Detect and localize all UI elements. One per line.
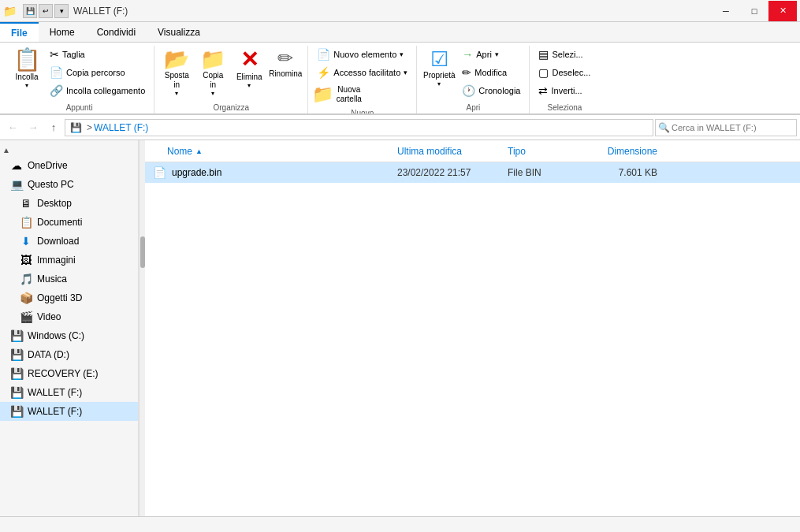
up-button[interactable]: ↑ (44, 118, 63, 137)
app-icon: 📁 (3, 5, 17, 17)
new-item-label: Nuovo elemento (333, 50, 396, 59)
invert-icon: ⇄ (538, 84, 548, 97)
sidebar-label-wallet-f2: WALLET (F:) (28, 406, 82, 417)
sidebar-item-video[interactable]: 🎬 Video (0, 307, 138, 326)
search-wrapper[interactable]: 🔍 (655, 119, 797, 136)
new-folder-label: Nuova cartella (337, 85, 362, 104)
minimize-btn[interactable]: ─ (712, 1, 740, 21)
seleziona-col: ▤ Selezi... ▢ Deselec... ⇄ Inverti... (534, 46, 594, 99)
appunti-content: 📋 Incolla ▾ ✂ Taglia 📄 Copia percorso 🔗 … (9, 46, 149, 102)
apri-col: → Apri ▾ ✏ Modifica 🕐 Cronologia (458, 46, 524, 99)
window-controls[interactable]: ─ □ ✕ (712, 1, 797, 21)
sidebar-label-oggetti3d: Oggetti 3D (37, 292, 82, 303)
sidebar-item-wallet-f2[interactable]: 💾 WALLET (F:) (0, 402, 138, 421)
documenti-icon: 📋 (19, 216, 33, 229)
paste-dropdown-arrow: ▾ (25, 82, 28, 90)
easy-access-arrow: ▾ (404, 69, 407, 76)
sidebar-item-onedrive[interactable]: ☁ OneDrive (0, 156, 138, 175)
questo-pc-icon: 💻 (9, 178, 24, 191)
back-button[interactable]: ← (3, 118, 22, 137)
rename-button[interactable]: ✏ Rinomina (268, 46, 303, 93)
quick-access-toolbar[interactable]: 💾 ↩ ▾ (23, 4, 69, 18)
organizza-label: Organizza (159, 103, 303, 113)
sidebar-item-download[interactable]: ⬇ Download (0, 232, 138, 251)
open-icon: → (462, 48, 473, 61)
sidebar-item-questo-pc[interactable]: 💻 Questo PC (0, 175, 138, 194)
ribbon-tabs[interactable]: File Home Condividi Visualizza (0, 22, 800, 43)
new-item-icon: 📄 (317, 48, 330, 61)
close-btn[interactable]: ✕ (768, 1, 797, 21)
sidebar-item-oggetti3d[interactable]: 📦 Oggetti 3D (0, 288, 138, 307)
file-icon: 📄 (151, 166, 167, 179)
sidebar-item-musica[interactable]: 🎵 Musica (0, 270, 138, 288)
maximize-btn[interactable]: □ (740, 1, 768, 21)
properties-label: Proprietà (423, 71, 456, 80)
sidebar-label-onedrive: OneDrive (28, 160, 68, 171)
select-all-button[interactable]: ▤ Selezi... (534, 46, 594, 63)
sidebar-label-recovery-e: RECOVERY (E:) (28, 368, 99, 379)
tab-file[interactable]: File (0, 22, 39, 42)
sidebar-item-data-d[interactable]: 💾 DATA (D:) (0, 345, 138, 364)
appunti-label: Appunti (9, 103, 149, 113)
invert-selection-button[interactable]: ⇄ Inverti... (534, 82, 594, 99)
sidebar-item-wallet-f[interactable]: 💾 WALLET (F:) (0, 383, 138, 402)
quick-undo-btn[interactable]: ↩ (39, 4, 53, 18)
history-icon: 🕐 (462, 84, 475, 97)
apri-label: Apri (422, 103, 524, 113)
sidebar-scroll-thumb[interactable] (140, 236, 145, 268)
tab-share[interactable]: Condividi (86, 22, 147, 42)
sidebar-item-desktop[interactable]: 🖥 Desktop (0, 194, 138, 213)
properties-dropdown-arrow: ▾ (437, 80, 441, 88)
easy-access-icon: ⚡ (317, 66, 330, 79)
paste-button[interactable]: 📋 Incolla ▾ (9, 46, 44, 93)
new-item-button[interactable]: 📄 Nuovo elemento ▾ (313, 46, 411, 63)
sidebar-label-desktop: Desktop (37, 198, 72, 209)
copy-label: Copiain (203, 71, 223, 90)
search-input[interactable] (655, 119, 797, 136)
wallet-f-icon: 💾 (9, 386, 24, 399)
properties-button[interactable]: ☑ Proprietà ▾ (422, 46, 456, 93)
sidebar-item-windows-c[interactable]: 💾 Windows (C:) (0, 326, 138, 345)
quick-customize-btn[interactable]: ▾ (54, 4, 69, 18)
sidebar-item-documenti[interactable]: 📋 Documenti (0, 213, 138, 232)
header-date[interactable]: Ultima modifica (397, 146, 508, 157)
path-wallet[interactable]: WALLET (F:) (94, 122, 148, 133)
delete-button[interactable]: ✕ Elimina ▾ (232, 46, 266, 93)
nuovo-col: 📄 Nuovo elemento ▾ ⚡ Accesso facilitato … (313, 46, 411, 107)
table-row[interactable]: 📄 upgrade.bin 23/02/2022 21:57 File BIN … (145, 162, 800, 183)
tab-home[interactable]: Home (39, 22, 86, 42)
cut-label: Taglia (62, 50, 85, 59)
paste-link-button[interactable]: 🔗 Incolla collegamento (46, 82, 149, 99)
paste-label: Incolla (16, 73, 39, 82)
move-button[interactable]: 📂 Spostain ▾ (159, 46, 194, 101)
forward-button[interactable]: → (24, 118, 43, 137)
header-size[interactable]: Dimensione (586, 146, 665, 157)
tab-view[interactable]: Visualizza (147, 22, 211, 42)
history-button[interactable]: 🕐 Cronologia (458, 82, 524, 99)
sidebar-wrapper: ▲ ☁ OneDrive 💻 Questo PC 🖥 Desktop 📋 Doc… (0, 140, 145, 532)
sidebar-item-immagini[interactable]: 🖼 Immagini (0, 251, 138, 270)
sidebar-scroll-up[interactable]: ▲ (0, 143, 13, 156)
new-item-arrow: ▾ (400, 50, 404, 58)
open-button[interactable]: → Apri ▾ (458, 46, 524, 63)
header-name[interactable]: Nome ▲ (145, 146, 397, 157)
address-path[interactable]: 💾 > WALLET (F:) (65, 119, 653, 136)
copy-path-button[interactable]: 📄 Copia percorso (46, 64, 149, 81)
new-folder-button[interactable]: 📁 Nuova cartella (313, 82, 360, 107)
copy-button[interactable]: 📁 Copiain ▾ (195, 46, 230, 101)
edit-button[interactable]: ✏ Modifica (458, 64, 524, 81)
sidebar-scrollbar[interactable] (139, 140, 145, 532)
ribbon-group-organizza: 📂 Spostain ▾ 📁 Copiain ▾ ✕ Elimina ▾ ✏ R… (154, 46, 308, 113)
header-type[interactable]: Tipo (508, 146, 586, 157)
easy-access-button[interactable]: ⚡ Accesso facilitato ▾ (313, 64, 411, 81)
quick-save-btn[interactable]: 💾 (23, 4, 37, 18)
appunti-small-buttons: ✂ Taglia 📄 Copia percorso 🔗 Incolla coll… (46, 46, 149, 99)
deselect-button[interactable]: ▢ Deselec... (534, 64, 594, 81)
nuovo-label: Nuovo (313, 109, 411, 115)
search-icon: 🔍 (658, 122, 670, 133)
file-name: upgrade.bin (172, 167, 221, 178)
file-type: File BIN (508, 167, 586, 178)
sidebar-item-recovery-e[interactable]: 💾 RECOVERY (E:) (0, 364, 138, 383)
cut-button[interactable]: ✂ Taglia (46, 46, 149, 63)
recovery-e-icon: 💾 (9, 367, 24, 380)
